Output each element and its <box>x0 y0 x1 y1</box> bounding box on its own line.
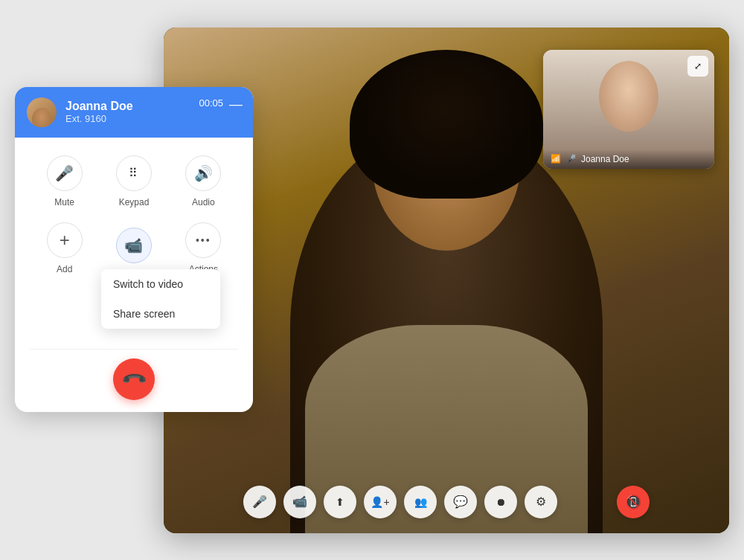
video-share-button[interactable]: ⬆ <box>324 486 356 518</box>
call-body: 🎤 Mute ⠿ Keypad 🔊 Audio + Add <box>15 138 253 412</box>
scene: 🎤 📹 ⬆ 👤+ 👥 💬 ⏺ ⚙ 📵 📶 🎤 Joanna Doe ⤢ <box>15 13 729 548</box>
add-call-icon: + <box>47 222 83 258</box>
add-call-label: Add <box>57 264 72 274</box>
video-mic-button[interactable]: 🎤 <box>243 486 276 518</box>
end-call-icon: 📞 <box>120 365 147 393</box>
more-actions-icon: ••• <box>185 222 221 258</box>
video-record-button[interactable]: ⏺ <box>484 486 517 518</box>
switch-to-video-option[interactable]: Switch to video <box>101 269 220 299</box>
call-timer: 00:05 <box>199 97 223 109</box>
call-widget: Joanna Doe Ext. 9160 00:05 — 🎤 Mute ⠿ Ke… <box>15 87 253 412</box>
pip-mic-icon: 🎤 <box>565 154 577 164</box>
share-screen-option[interactable]: Share screen <box>101 299 220 329</box>
caller-ext: Ext. 9160 <box>65 113 241 124</box>
video-toggle-button[interactable]: 📹 Switch to video Share screen <box>116 228 152 269</box>
keypad-label: Keypad <box>119 197 150 207</box>
call-actions-row-2: + Add 📹 Switch to video Share screen •••… <box>30 222 238 274</box>
video-end-call-button[interactable]: 📵 <box>617 486 650 518</box>
more-actions-button[interactable]: ••• Actions <box>185 222 221 274</box>
video-dropdown-menu: Switch to video Share screen <box>101 269 220 329</box>
audio-button[interactable]: 🔊 Audio <box>185 155 221 207</box>
pip-signal-icon: 📶 <box>551 154 561 164</box>
video-toggle-icon: 📹 <box>116 228 152 263</box>
end-call-button[interactable]: 📞 <box>113 358 155 400</box>
video-add-person-button[interactable]: 👤+ <box>364 486 397 518</box>
audio-label: Audio <box>192 197 215 207</box>
divider <box>30 349 238 350</box>
video-controls: 🎤 📹 ⬆ 👤+ 👥 💬 ⏺ ⚙ 📵 <box>243 486 650 518</box>
keypad-button[interactable]: ⠿ Keypad <box>116 155 152 207</box>
video-chat-button[interactable]: 💬 <box>444 486 477 518</box>
call-header: Joanna Doe Ext. 9160 00:05 — <box>15 87 253 138</box>
keypad-icon: ⠿ <box>116 155 152 191</box>
call-actions-row-1: 🎤 Mute ⠿ Keypad 🔊 Audio <box>30 155 238 207</box>
pip-expand-icon: ⤢ <box>694 61 702 71</box>
hair-overlay <box>350 50 543 199</box>
video-settings-button[interactable]: ⚙ <box>525 486 557 518</box>
video-add-group-button[interactable]: 👥 <box>404 486 437 518</box>
video-camera-button[interactable]: 📹 <box>283 486 316 518</box>
mute-label: Mute <box>54 197 74 207</box>
mute-icon: 🎤 <box>47 155 83 191</box>
minimize-button[interactable]: — <box>229 97 243 111</box>
call-avatar <box>27 97 57 127</box>
pip-window: 📶 🎤 Joanna Doe ⤢ <box>543 50 714 169</box>
pip-overlay: 📶 🎤 Joanna Doe <box>543 149 714 169</box>
pip-name: Joanna Doe <box>581 154 629 164</box>
add-call-button[interactable]: + Add <box>47 222 83 274</box>
mute-button[interactable]: 🎤 Mute <box>47 155 83 207</box>
pip-expand-button[interactable]: ⤢ <box>687 56 708 77</box>
audio-icon: 🔊 <box>185 155 221 191</box>
